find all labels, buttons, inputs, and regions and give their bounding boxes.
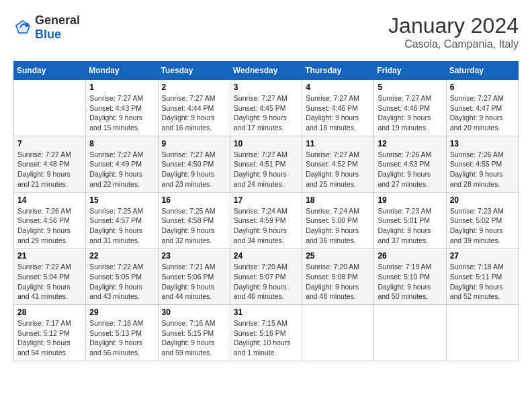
- day-of-week-header: Monday: [86, 62, 158, 80]
- day-number: 14: [17, 195, 82, 205]
- calendar-day-cell: [446, 305, 518, 361]
- day-of-week-header: Sunday: [14, 62, 86, 80]
- day-number: 31: [234, 308, 298, 317]
- logo-general: General: [35, 13, 80, 27]
- day-info: Sunrise: 7:27 AMSunset: 4:49 PMDaylight:…: [89, 150, 154, 189]
- day-info: Sunrise: 7:27 AMSunset: 4:47 PMDaylight:…: [450, 93, 515, 133]
- day-info: Sunrise: 7:27 AMSunset: 4:44 PMDaylight:…: [162, 93, 226, 133]
- calendar-day-cell: 22Sunrise: 7:22 AMSunset: 5:05 PMDayligh…: [86, 248, 158, 305]
- day-info: Sunrise: 7:25 AMSunset: 4:57 PMDaylight:…: [89, 206, 154, 246]
- calendar-day-cell: 4Sunrise: 7:27 AMSunset: 4:46 PMDaylight…: [302, 80, 374, 136]
- svg-marker-0: [15, 19, 31, 34]
- logo-blue: Blue: [35, 28, 61, 41]
- day-number: 7: [17, 139, 82, 148]
- calendar-day-cell: 6Sunrise: 7:27 AMSunset: 4:47 PMDaylight…: [446, 80, 518, 136]
- day-number: 15: [89, 195, 154, 205]
- calendar-day-cell: 1Sunrise: 7:27 AMSunset: 4:43 PMDaylight…: [86, 80, 158, 136]
- calendar-day-cell: 29Sunrise: 7:16 AMSunset: 5:13 PMDayligh…: [86, 305, 158, 361]
- day-of-week-header: Friday: [374, 62, 446, 80]
- day-info: Sunrise: 7:27 AMSunset: 4:45 PMDaylight:…: [234, 93, 298, 133]
- day-number: 30: [162, 308, 226, 317]
- logo-icon: [13, 18, 32, 37]
- day-of-week-header: Thursday: [302, 62, 374, 80]
- calendar-day-cell: 8Sunrise: 7:27 AMSunset: 4:49 PMDaylight…: [86, 136, 158, 192]
- day-info: Sunrise: 7:27 AMSunset: 4:51 PMDaylight:…: [234, 150, 298, 189]
- day-info: Sunrise: 7:22 AMSunset: 5:04 PMDaylight:…: [17, 262, 82, 302]
- month-title: January 2024: [388, 13, 519, 38]
- day-number: 20: [450, 195, 515, 205]
- day-of-week-header: Saturday: [446, 62, 518, 80]
- days-header-row: SundayMondayTuesdayWednesdayThursdayFrid…: [14, 62, 519, 80]
- day-info: Sunrise: 7:20 AMSunset: 5:07 PMDaylight:…: [234, 262, 298, 302]
- day-info: Sunrise: 7:17 AMSunset: 5:12 PMDaylight:…: [17, 318, 82, 358]
- day-info: Sunrise: 7:23 AMSunset: 5:01 PMDaylight:…: [378, 206, 442, 246]
- day-info: Sunrise: 7:22 AMSunset: 5:05 PMDaylight:…: [89, 262, 154, 302]
- calendar-day-cell: 11Sunrise: 7:27 AMSunset: 4:52 PMDayligh…: [302, 136, 374, 192]
- day-info: Sunrise: 7:27 AMSunset: 4:48 PMDaylight:…: [17, 150, 82, 189]
- day-info: Sunrise: 7:26 AMSunset: 4:55 PMDaylight:…: [450, 150, 515, 189]
- calendar-day-cell: 24Sunrise: 7:20 AMSunset: 5:07 PMDayligh…: [230, 248, 302, 305]
- day-info: Sunrise: 7:24 AMSunset: 4:59 PMDaylight:…: [234, 206, 298, 246]
- calendar-week-row: 28Sunrise: 7:17 AMSunset: 5:12 PMDayligh…: [14, 305, 519, 361]
- calendar-day-cell: 31Sunrise: 7:15 AMSunset: 5:16 PMDayligh…: [230, 305, 302, 361]
- calendar-day-cell: 23Sunrise: 7:21 AMSunset: 5:06 PMDayligh…: [158, 248, 230, 305]
- calendar-day-cell: 2Sunrise: 7:27 AMSunset: 4:44 PMDaylight…: [158, 80, 230, 136]
- day-number: 10: [234, 139, 298, 148]
- day-info: Sunrise: 7:16 AMSunset: 5:15 PMDaylight:…: [162, 318, 226, 358]
- calendar-day-cell: 19Sunrise: 7:23 AMSunset: 5:01 PMDayligh…: [374, 192, 446, 248]
- day-number: 26: [378, 251, 442, 261]
- calendar-day-cell: 16Sunrise: 7:25 AMSunset: 4:58 PMDayligh…: [158, 192, 230, 248]
- calendar-day-cell: 20Sunrise: 7:23 AMSunset: 5:02 PMDayligh…: [446, 192, 518, 248]
- day-number: 2: [162, 83, 226, 92]
- day-number: 23: [162, 251, 226, 261]
- calendar-day-cell: 10Sunrise: 7:27 AMSunset: 4:51 PMDayligh…: [230, 136, 302, 192]
- calendar-day-cell: 25Sunrise: 7:20 AMSunset: 5:08 PMDayligh…: [302, 248, 374, 305]
- title-block: January 2024 Casola, Campania, Italy: [388, 13, 519, 50]
- calendar-day-cell: 27Sunrise: 7:18 AMSunset: 5:11 PMDayligh…: [446, 248, 518, 305]
- calendar-week-row: 14Sunrise: 7:26 AMSunset: 4:56 PMDayligh…: [14, 192, 519, 248]
- calendar-day-cell: 26Sunrise: 7:19 AMSunset: 5:10 PMDayligh…: [374, 248, 446, 305]
- day-number: 22: [89, 251, 154, 261]
- calendar-day-cell: 17Sunrise: 7:24 AMSunset: 4:59 PMDayligh…: [230, 192, 302, 248]
- day-number: 19: [378, 195, 442, 205]
- day-info: Sunrise: 7:25 AMSunset: 4:58 PMDaylight:…: [162, 206, 226, 246]
- location-title: Casola, Campania, Italy: [388, 38, 519, 50]
- calendar-body: 1Sunrise: 7:27 AMSunset: 4:43 PMDaylight…: [14, 80, 519, 361]
- day-number: 8: [89, 139, 154, 148]
- logo: General Blue: [13, 13, 80, 42]
- day-info: Sunrise: 7:15 AMSunset: 5:16 PMDaylight:…: [234, 318, 298, 358]
- day-number: 11: [306, 139, 370, 148]
- calendar-day-cell: 14Sunrise: 7:26 AMSunset: 4:56 PMDayligh…: [14, 192, 86, 248]
- day-number: 21: [17, 251, 82, 261]
- calendar-day-cell: 7Sunrise: 7:27 AMSunset: 4:48 PMDaylight…: [14, 136, 86, 192]
- day-info: Sunrise: 7:26 AMSunset: 4:53 PMDaylight:…: [378, 150, 442, 189]
- calendar-day-cell: [302, 305, 374, 361]
- calendar-day-cell: 30Sunrise: 7:16 AMSunset: 5:15 PMDayligh…: [158, 305, 230, 361]
- calendar-day-cell: 12Sunrise: 7:26 AMSunset: 4:53 PMDayligh…: [374, 136, 446, 192]
- day-info: Sunrise: 7:27 AMSunset: 4:43 PMDaylight:…: [89, 93, 154, 133]
- calendar-day-cell: 9Sunrise: 7:27 AMSunset: 4:50 PMDaylight…: [158, 136, 230, 192]
- day-of-week-header: Wednesday: [230, 62, 302, 80]
- calendar-week-row: 21Sunrise: 7:22 AMSunset: 5:04 PMDayligh…: [14, 248, 519, 305]
- day-number: 6: [450, 83, 515, 92]
- day-number: 9: [162, 139, 226, 148]
- day-of-week-header: Tuesday: [158, 62, 230, 80]
- calendar-day-cell: 21Sunrise: 7:22 AMSunset: 5:04 PMDayligh…: [14, 248, 86, 305]
- svg-point-2: [25, 23, 29, 27]
- day-info: Sunrise: 7:19 AMSunset: 5:10 PMDaylight:…: [378, 262, 442, 302]
- calendar-day-cell: [374, 305, 446, 361]
- calendar-day-cell: 5Sunrise: 7:27 AMSunset: 4:46 PMDaylight…: [374, 80, 446, 136]
- day-info: Sunrise: 7:21 AMSunset: 5:06 PMDaylight:…: [162, 262, 226, 302]
- day-number: 18: [306, 195, 370, 205]
- logo-text: General Blue: [35, 13, 80, 42]
- day-info: Sunrise: 7:27 AMSunset: 4:46 PMDaylight:…: [306, 93, 370, 133]
- calendar-day-cell: 28Sunrise: 7:17 AMSunset: 5:12 PMDayligh…: [14, 305, 86, 361]
- page-header: General Blue January 2024 Casola, Campan…: [13, 13, 519, 50]
- day-number: 4: [306, 83, 370, 92]
- day-info: Sunrise: 7:26 AMSunset: 4:56 PMDaylight:…: [17, 206, 82, 246]
- day-number: 28: [17, 308, 82, 317]
- calendar-week-row: 1Sunrise: 7:27 AMSunset: 4:43 PMDaylight…: [14, 80, 519, 136]
- day-info: Sunrise: 7:18 AMSunset: 5:11 PMDaylight:…: [450, 262, 515, 302]
- day-number: 12: [378, 139, 442, 148]
- day-number: 24: [234, 251, 298, 261]
